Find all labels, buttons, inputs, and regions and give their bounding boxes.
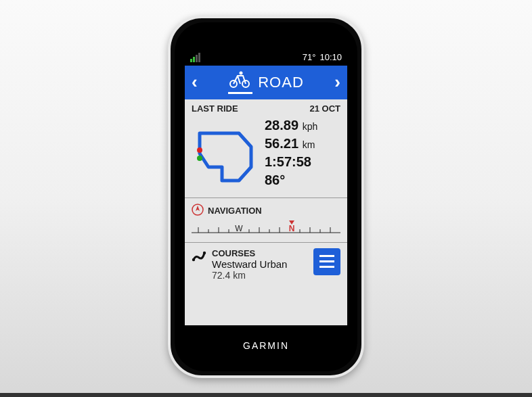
courses-name: Westward Urban <box>212 258 287 270</box>
courses-distance: 72.4 km <box>212 270 287 281</box>
status-right: 71° 10:10 <box>303 52 342 62</box>
device-bezel: 71° 10:10 ‹ <box>175 22 357 371</box>
screen: 71° 10:10 ‹ <box>185 49 347 325</box>
route-map <box>192 116 259 191</box>
menu-button[interactable] <box>313 248 340 275</box>
svg-point-4 <box>197 156 202 161</box>
svg-text:N: N <box>289 224 295 233</box>
stat-speed: 28.89 kph <box>265 116 340 135</box>
prev-profile-button[interactable]: ‹ <box>192 72 198 93</box>
last-ride-section[interactable]: LAST RIDE 21 OCT <box>185 99 347 198</box>
compass-icon <box>192 204 204 218</box>
profile-center[interactable]: ROAD <box>228 70 304 94</box>
status-left <box>190 53 200 62</box>
last-ride-label: LAST RIDE <box>192 103 238 114</box>
next-profile-button[interactable]: › <box>334 72 340 93</box>
navigation-section[interactable]: NAVIGATION <box>185 198 347 243</box>
status-time: 10:10 <box>319 52 342 62</box>
stat-temperature: 86° <box>265 171 340 189</box>
signal-icon <box>190 53 200 62</box>
svg-point-21 <box>192 258 195 260</box>
courses-label: COURSES <box>212 248 287 258</box>
courses-section[interactable]: COURSES Westward Urban 72.4 km <box>185 243 347 286</box>
compass-ruler: W N <box>192 220 340 235</box>
profile-header: ‹ ROAD › <box>185 66 347 99</box>
stat-duration: 1:57:58 <box>265 153 340 171</box>
profile-label: ROAD <box>258 74 304 91</box>
svg-point-2 <box>240 72 243 75</box>
last-ride-stats: 28.89 kph 56.21 km 1:57:58 86° <box>265 116 340 191</box>
svg-point-3 <box>197 147 202 153</box>
device-frame: 71° 10:10 ‹ <box>168 16 364 378</box>
route-icon <box>192 248 206 281</box>
navigation-label: NAVIGATION <box>208 206 262 216</box>
status-temperature: 71° <box>303 52 316 62</box>
content: LAST RIDE 21 OCT <box>185 99 347 286</box>
brand-label: GARMIN <box>175 340 357 351</box>
svg-point-22 <box>203 251 206 254</box>
status-bar: 71° 10:10 <box>185 49 347 66</box>
cyclist-icon <box>228 70 252 94</box>
stat-distance: 56.21 km <box>265 135 340 153</box>
svg-text:W: W <box>235 224 243 233</box>
last-ride-date: 21 OCT <box>309 103 340 114</box>
